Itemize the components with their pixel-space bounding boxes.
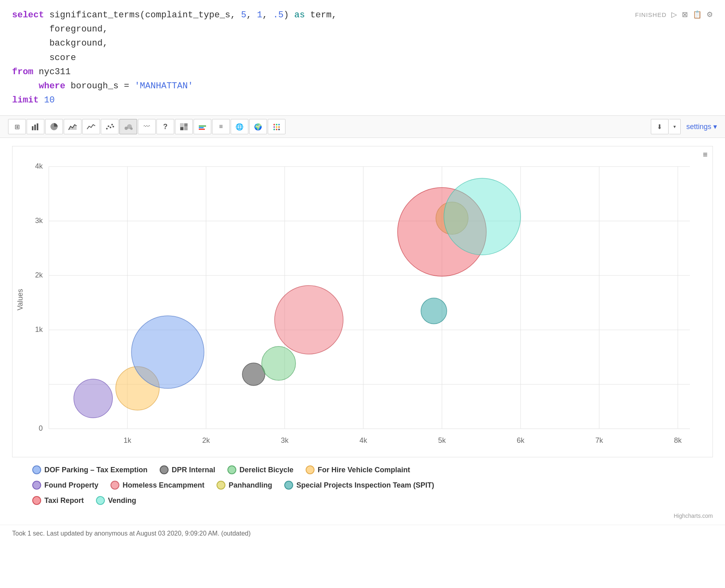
legend-dot-dpr-internal — [160, 465, 169, 474]
bar-chart-icon — [31, 123, 40, 130]
bubble-dof-parking[interactable] — [131, 316, 204, 388]
legend-label-dpr-internal: DPR Internal — [172, 466, 215, 474]
bubble-special-projects[interactable] — [421, 298, 447, 324]
bar-chart2-button[interactable] — [194, 119, 211, 134]
svg-text:2k: 2k — [202, 436, 210, 444]
status-bar: FINISHED ▷ ⊠ 📋 ⚙ — [635, 10, 713, 19]
legend-label-found-property: Found Property — [44, 481, 98, 490]
scatter-chart-button[interactable] — [101, 119, 119, 134]
legend-label-homeless-encampment: Homeless Encampment — [123, 481, 204, 490]
heatmap-icon — [180, 123, 188, 130]
legend-dot-found-property — [32, 481, 41, 490]
area-chart-icon — [68, 123, 77, 130]
footer-status-text: Took 1 sec. Last updated by anonymous at… — [12, 530, 251, 537]
download-button[interactable]: ⬇ — [651, 119, 669, 134]
svg-point-5 — [108, 125, 109, 127]
bubble-chart-button[interactable] — [119, 119, 137, 134]
bubble-homeless-encampment[interactable] — [275, 286, 343, 354]
legend-dot-derelict-bicycle — [227, 465, 236, 474]
legend-item-dpr-internal: DPR Internal — [160, 465, 215, 474]
svg-point-25 — [273, 129, 275, 130]
svg-text:4k: 4k — [359, 436, 367, 444]
legend-dot-taxi-report — [32, 496, 41, 505]
svg-point-8 — [112, 126, 114, 127]
svg-point-23 — [276, 126, 277, 128]
sql-editor[interactable]: select significant_terms(complaint_type_… — [0, 0, 725, 116]
svg-rect-2 — [37, 123, 38, 130]
svg-point-21 — [278, 124, 280, 125]
legend-item-dof-parking: DOF Parking – Tax Exemption — [32, 465, 148, 474]
pie-chart-button[interactable] — [45, 119, 63, 134]
chart-menu-icon[interactable]: ≡ — [703, 150, 708, 160]
globe2-button[interactable]: 🌍 — [249, 119, 267, 134]
svg-text:2k: 2k — [35, 271, 43, 279]
svg-text:1k: 1k — [123, 436, 131, 444]
svg-text:7k: 7k — [595, 436, 603, 444]
svg-text:8k: 8k — [674, 436, 682, 444]
svg-text:5k: 5k — [438, 436, 446, 444]
svg-point-24 — [278, 126, 280, 128]
line-chart-button[interactable] — [82, 119, 100, 134]
svg-rect-0 — [32, 126, 33, 130]
line-chart-icon — [87, 123, 96, 130]
run-icon[interactable]: ▷ — [671, 10, 677, 19]
legend-item-derelict-bicycle: Derelict Bicycle — [227, 465, 294, 474]
svg-text:4k: 4k — [35, 162, 43, 170]
finished-label: FINISHED — [635, 11, 667, 18]
download-arrow-button[interactable]: ▾ — [669, 119, 681, 134]
legend-dot-for-hire-vehicle — [306, 465, 315, 474]
legend-item-panhandling: Panhandling — [217, 481, 272, 490]
footer-status-bar: Took 1 sec. Last updated by anonymous at… — [0, 525, 725, 542]
chart-legend: DOF Parking – Tax Exemption DPR Internal… — [0, 461, 725, 511]
book-icon[interactable]: 📋 — [693, 10, 702, 19]
scatter-chart-icon — [105, 123, 114, 130]
svg-point-26 — [276, 129, 277, 130]
legend-label-dof-parking: DOF Parking – Tax Exemption — [44, 466, 148, 474]
svg-text:0: 0 — [39, 424, 43, 432]
settings-gear-icon[interactable]: ⚙ — [706, 10, 713, 19]
svg-point-19 — [273, 124, 275, 125]
legend-label-panhandling: Panhandling — [229, 481, 272, 490]
svg-text:3k: 3k — [35, 217, 43, 225]
svg-point-4 — [106, 128, 108, 129]
svg-point-20 — [276, 124, 277, 125]
legend-label-vending: Vending — [108, 496, 136, 505]
bubble-found-property[interactable] — [74, 379, 112, 418]
legend-label-spit: Special Projects Inspection Team (SPIT) — [296, 481, 434, 490]
svg-rect-14 — [180, 127, 183, 130]
legend-dot-dof-parking — [32, 465, 41, 474]
dots-icon — [273, 123, 281, 130]
legend-label-for-hire-vehicle: For Hire Vehicle Complaint — [318, 466, 410, 474]
legend-label-derelict-bicycle: Derelict Bicycle — [240, 466, 294, 474]
table-view-button[interactable]: ⊞ — [8, 119, 26, 134]
bubble-derelict-bicycle[interactable] — [262, 346, 296, 380]
help-button[interactable]: ? — [156, 119, 174, 134]
bubble-chart-svg: 0 1k 2k 3k 4k 1k 2k 3k 4k 5k 6k 7k 8k Va… — [12, 146, 713, 457]
heatmap-button[interactable] — [175, 119, 193, 134]
area-chart-button[interactable] — [64, 119, 81, 134]
svg-point-7 — [111, 124, 113, 125]
svg-point-6 — [110, 127, 111, 128]
bar-chart2-icon — [198, 123, 206, 130]
bar-chart-button[interactable] — [27, 119, 44, 134]
svg-point-11 — [130, 127, 133, 130]
svg-rect-15 — [184, 127, 188, 130]
svg-text:1k: 1k — [35, 325, 43, 334]
settings-button[interactable]: settings ▾ — [686, 122, 717, 131]
dots-button[interactable] — [268, 119, 285, 134]
bubble-dpr-internal[interactable] — [242, 363, 265, 386]
gauge-button[interactable]: ≡ — [212, 119, 230, 134]
legend-item-homeless-encampment: Homeless Encampment — [110, 481, 204, 490]
stop-icon[interactable]: ⊠ — [682, 10, 688, 19]
svg-rect-17 — [199, 127, 204, 128]
legend-item-found-property: Found Property — [32, 481, 98, 490]
legend-dot-vending — [96, 496, 105, 505]
globe1-button[interactable]: 🌐 — [231, 119, 248, 134]
bubble-vending[interactable] — [444, 178, 521, 255]
svg-rect-13 — [184, 123, 188, 127]
svg-text:Values: Values — [16, 289, 24, 311]
legend-dot-homeless-encampment — [110, 481, 119, 490]
trend-button[interactable]: 〰 — [138, 119, 156, 134]
bubble-chart-active-icon — [124, 123, 133, 130]
legend-dot-panhandling — [217, 481, 225, 490]
